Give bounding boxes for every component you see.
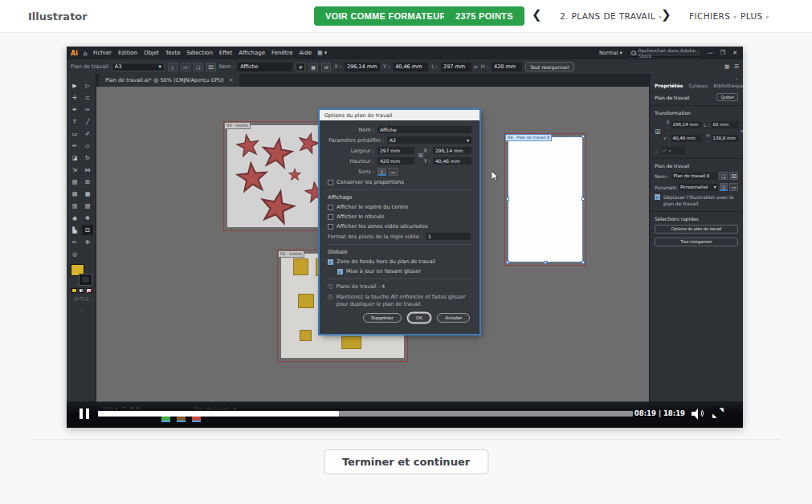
landscape-orientation-icon[interactable]: ▭ (729, 183, 738, 191)
free-transform-tool-icon[interactable]: ▧ (69, 177, 80, 187)
tab-libraries[interactable]: Bibliothèques (713, 83, 743, 88)
width-input[interactable]: 82 mm (712, 121, 739, 128)
gradient-mode-icon[interactable] (79, 288, 84, 293)
width-input[interactable]: 297 mm (441, 63, 471, 71)
x-input[interactable]: 296,14 mm (345, 63, 380, 71)
gradient-tool-icon[interactable]: ▥ (69, 201, 80, 211)
hand-tool-icon[interactable]: ✣ (82, 237, 93, 247)
curvature-tool-icon[interactable]: ✑ (82, 104, 93, 115)
edit-toolbar-icon[interactable]: ··· (67, 307, 96, 313)
next-lesson-icon[interactable]: ❯ (661, 7, 671, 22)
ok-button[interactable]: OK (408, 313, 431, 323)
artboard-name-input[interactable]: Plan de travail 8 (672, 173, 718, 180)
menu-objet[interactable]: Objet (144, 50, 159, 56)
width-input[interactable]: 297 mm (377, 147, 414, 154)
portrait-orientation-icon[interactable]: ▯ (720, 183, 728, 191)
selection-handle[interactable] (581, 261, 585, 264)
preset-dropdown[interactable]: A3▾ (387, 136, 471, 144)
selection-handle[interactable] (581, 197, 585, 201)
blend-tool-icon[interactable]: ◉ (69, 213, 80, 223)
files-dropdown[interactable]: FICHIERS ▾ (689, 11, 737, 21)
height-input[interactable]: 138,8 mm (712, 135, 739, 142)
menu-fichier[interactable]: Fichier (93, 50, 112, 56)
y-input[interactable]: 40,46 mm (433, 157, 471, 165)
video-player[interactable]: Ai ⌂ FichierEditionObjetTexteSélectionEf… (67, 47, 743, 428)
delete-artboard-icon[interactable]: ⌧ (729, 172, 738, 180)
mesh-tool-icon[interactable]: ▦ (82, 189, 93, 199)
menu-affichage[interactable]: Affichage (239, 50, 265, 56)
reference-point-icon[interactable]: ⊞ (418, 152, 423, 159)
search-input[interactable]: Rechercher dans Adobe Stock (628, 49, 702, 57)
height-input[interactable]: 420 mm (377, 157, 414, 165)
artboard-name-tag[interactable]: 04 - Plan de travail 8 (505, 134, 552, 141)
draw-behind-icon[interactable]: ❐ (80, 296, 83, 301)
color-mode-icon[interactable] (71, 288, 77, 293)
reference-point-icon[interactable]: ⊞ (655, 128, 661, 136)
menu-effet[interactable]: Effet (219, 50, 232, 56)
draw-normal-icon[interactable]: ❏ (74, 296, 77, 301)
line-tool-icon[interactable]: ╱ (82, 116, 93, 127)
show-safe-areas-checkbox[interactable] (328, 224, 333, 230)
pixel-ratio-input[interactable]: 1 (426, 233, 471, 240)
update-while-dragging-checkbox[interactable] (337, 269, 343, 274)
x-input[interactable]: 296,14 mm (433, 147, 471, 154)
symbol-sprayer-tool-icon[interactable]: ❋ (82, 213, 93, 223)
progress-bar[interactable] (98, 411, 633, 417)
rearrange-all-button[interactable]: Tout réorganiser (525, 62, 574, 71)
name-input[interactable]: Affiche (377, 126, 471, 133)
lesson-dropdown[interactable]: 2. PLANS DE TRAVAIL ▾ (560, 11, 662, 21)
show-crosshairs-checkbox[interactable] (328, 214, 333, 220)
artboard-options-button[interactable]: Options du plan de travail (655, 225, 738, 234)
volume-button[interactable] (692, 408, 704, 420)
points-button[interactable]: 2375 POINTS (444, 6, 524, 26)
y-input[interactable]: 40,46 mm (671, 135, 702, 142)
eraser-tool-icon[interactable]: ◪ (69, 152, 80, 163)
move-art-checkbox[interactable] (655, 194, 660, 200)
delete-button[interactable]: Supprimer (363, 313, 402, 323)
x-input[interactable]: 296,14 mm (671, 121, 702, 128)
selection-handle[interactable] (506, 261, 509, 264)
selection-handle[interactable] (544, 261, 547, 264)
draw-inside-icon[interactable]: ❑ (84, 296, 88, 301)
document-tab[interactable]: Plan de travail.ai* @ 50% (CMJN/Aperçu G… (99, 74, 239, 87)
fade-zone-checkbox[interactable] (328, 259, 333, 265)
shaper-tool-icon[interactable]: ◇ (82, 140, 93, 151)
tab-properties[interactable]: Propriétés (655, 83, 683, 88)
shape-builder-tool-icon[interactable]: ⊞ (82, 177, 93, 187)
perspective-grid-tool-icon[interactable]: ▤ (69, 189, 80, 199)
quit-button[interactable]: Quitter (716, 93, 738, 101)
slice-tool-icon[interactable]: ✂ (69, 237, 80, 247)
menu-texte[interactable]: Texte (165, 50, 180, 56)
illustrator-canvas[interactable]: 03 - motifs 01 - textes (96, 87, 649, 402)
fullscreen-button[interactable]: ◥◣ (711, 406, 725, 421)
column-graph-tool-icon[interactable]: ▙ (69, 225, 80, 235)
cancel-button[interactable]: Annuler (437, 313, 470, 323)
zoom-tool-icon[interactable]: ◎ (69, 249, 80, 259)
view-mode-dropdown[interactable]: Normal ▾ (599, 50, 622, 56)
pause-button[interactable] (80, 408, 89, 419)
constrain-proportions-icon[interactable]: 8 (740, 130, 743, 133)
finish-continue-button[interactable]: Terminer et continuer (324, 449, 488, 474)
menu-fenetre[interactable]: Fenêtre (271, 50, 292, 56)
new-artboard-icon[interactable]: ❏ (719, 172, 728, 180)
collapse-panel-icon[interactable]: » (655, 75, 738, 81)
type-tool-icon[interactable]: T (69, 116, 80, 127)
artboard-name-tag[interactable]: 03 - motifs (224, 122, 251, 129)
artboard-name-input[interactable]: Affiche (238, 63, 292, 71)
selection-handle[interactable] (581, 135, 585, 138)
dialog-title[interactable]: Options du plan de travail (320, 110, 479, 120)
artboard-preset-dropdown[interactable]: A3▾ (112, 63, 165, 71)
menu-selection[interactable]: Sélection (187, 50, 213, 56)
stroke-color-swatch[interactable] (80, 274, 92, 285)
none-mode-icon[interactable] (86, 288, 92, 293)
selection-handle[interactable] (506, 197, 509, 201)
height-input[interactable]: 420 mm (492, 63, 522, 71)
tab-layers[interactable]: Calques (688, 83, 708, 88)
lasso-tool-icon[interactable]: ⊂ (82, 92, 93, 103)
view-as-trainer-button[interactable]: VOIR COMME FORMATEUR (314, 6, 458, 26)
more-dropdown[interactable]: PLUS ▾ (741, 11, 769, 21)
y-input[interactable]: 40,46 mm (393, 63, 428, 71)
rearrange-all-button[interactable]: Tout réorganiser (655, 238, 738, 246)
portrait-orientation-icon[interactable]: ▯ (377, 168, 386, 176)
rotate-tool-icon[interactable]: ↻ (82, 152, 93, 163)
